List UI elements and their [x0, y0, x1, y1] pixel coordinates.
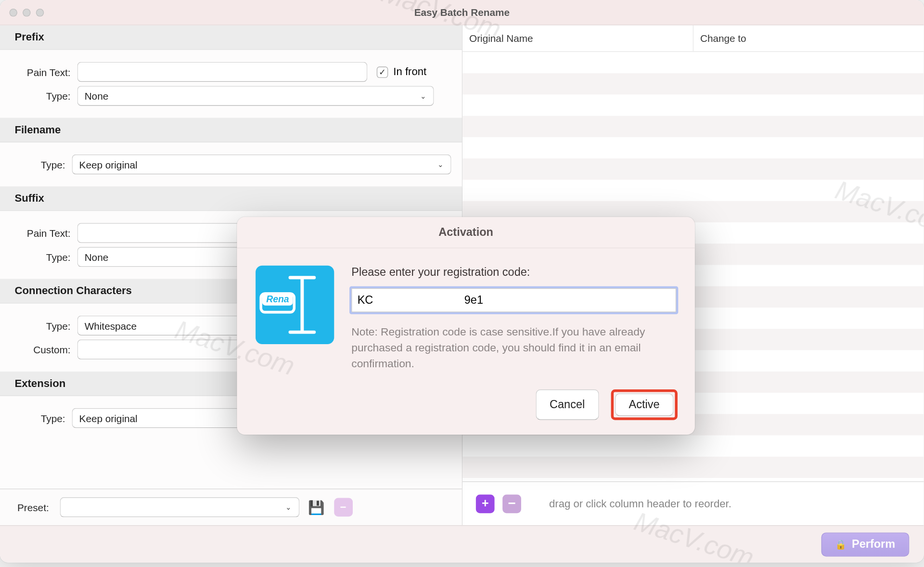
section-header-filename: Filename	[0, 118, 462, 142]
list-item	[462, 435, 924, 456]
remove-files-button[interactable]: −	[502, 494, 521, 513]
suffix-paintext-label: Pain Text:	[11, 227, 77, 239]
suffix-type-label: Type:	[11, 251, 77, 263]
registration-note: Note: Registration code is case sensitiv…	[351, 324, 676, 372]
app-window: Easy Batch Rename Prefix Pain Text: ✓ In…	[0, 0, 924, 563]
cancel-button[interactable]: Cancel	[536, 389, 599, 420]
zoom-window-button[interactable]	[36, 8, 44, 16]
filename-type-select[interactable]: Keep original ⌄	[72, 155, 451, 174]
list-item	[462, 457, 924, 478]
close-window-button[interactable]	[9, 8, 17, 16]
minus-icon: −	[508, 496, 515, 511]
prefix-paintext-input[interactable]	[77, 62, 367, 82]
app-icon: Rena	[256, 266, 334, 344]
extension-type-label: Type:	[11, 412, 72, 424]
chevron-down-icon: ⌄	[433, 156, 448, 172]
dialog-right: Please enter your registration code: Not…	[351, 266, 676, 372]
list-item	[462, 478, 924, 481]
column-header-changeto[interactable]: Change to	[693, 26, 924, 52]
add-files-button[interactable]: +	[476, 494, 495, 513]
footer: 🔒 Perform	[0, 525, 924, 562]
prefix-type-value: None	[85, 90, 109, 102]
remove-preset-button[interactable]: −	[334, 498, 353, 516]
list-item	[462, 180, 924, 201]
plus-icon: +	[482, 497, 489, 511]
prefix-infront-checkbox[interactable]: ✓	[377, 66, 388, 78]
prefix-type-select[interactable]: None ⌄	[77, 86, 434, 105]
floppy-disk-icon: 💾	[308, 499, 325, 515]
app-icon-label: Rena	[262, 292, 293, 306]
list-item	[462, 52, 924, 73]
perform-label: Perform	[852, 538, 895, 551]
list-item	[462, 94, 924, 116]
list-item	[462, 158, 924, 180]
titlebar: Easy Batch Rename	[0, 0, 924, 26]
extension-type-value: Keep original	[79, 412, 138, 424]
column-headers: Original Name Change to	[462, 26, 924, 52]
prefix-type-label: Type:	[11, 90, 77, 102]
dialog-title: Activation	[237, 217, 695, 248]
lock-icon: 🔒	[835, 539, 847, 550]
prefix-infront-label: In front	[393, 66, 426, 78]
perform-button[interactable]: 🔒 Perform	[821, 532, 909, 556]
minus-icon: −	[340, 501, 346, 513]
registration-prompt: Please enter your registration code:	[351, 266, 676, 279]
connection-custom-label: Custom:	[11, 344, 77, 355]
connection-custom-input[interactable]	[77, 339, 257, 359]
filename-type-value: Keep original	[79, 159, 138, 170]
traffic-lights	[0, 8, 44, 16]
list-item	[462, 116, 924, 137]
section-body-prefix: Pain Text: ✓ In front Type: None ⌄	[0, 50, 462, 118]
section-header-prefix: Prefix	[0, 26, 462, 50]
right-toolbar: + − drag or click column header to reord…	[462, 481, 924, 525]
dialog-body: Rena Please enter your registration code…	[237, 248, 695, 386]
connection-type-label: Type:	[11, 320, 77, 332]
column-header-original[interactable]: Original Name	[462, 26, 693, 52]
minimize-window-button[interactable]	[23, 8, 31, 16]
registration-code-input[interactable]	[351, 288, 676, 312]
connection-type-select[interactable]: Whitespace ⌄	[77, 316, 257, 335]
active-button-highlight: Active	[611, 389, 678, 420]
save-preset-button[interactable]: 💾	[307, 498, 326, 516]
dialog-actions: Cancel Active	[237, 385, 695, 434]
preset-select[interactable]: ⌄	[60, 497, 299, 517]
list-item	[462, 73, 924, 94]
preset-label: Preset:	[13, 502, 52, 513]
window-title: Easy Batch Rename	[0, 7, 924, 18]
section-body-filename: Type: Keep original ⌄	[0, 142, 462, 186]
suffix-type-value: None	[85, 251, 109, 263]
chevron-down-icon: ⌄	[281, 499, 295, 515]
active-button[interactable]: Active	[615, 393, 673, 416]
list-item	[462, 137, 924, 158]
prefix-paintext-label: Pain Text:	[11, 66, 77, 78]
left-toolbar: Preset: ⌄ 💾 −	[0, 489, 462, 525]
connection-type-value: Whitespace	[85, 320, 137, 332]
chevron-down-icon: ⌄	[416, 88, 430, 104]
section-header-suffix: Suffix	[0, 186, 462, 211]
filename-type-label: Type:	[11, 159, 72, 170]
activation-dialog: Activation Rena Please enter your regist…	[237, 217, 695, 435]
reorder-hint: drag or click column header to reorder.	[549, 498, 732, 510]
